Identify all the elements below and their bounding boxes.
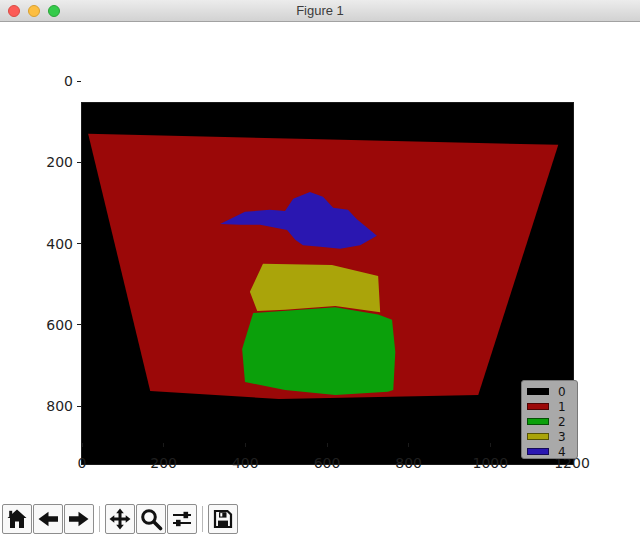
legend-label: 0 (558, 386, 566, 398)
legend: 01234 (521, 380, 578, 459)
legend-swatch-icon (527, 448, 549, 455)
legend-entry: 4 (527, 444, 577, 459)
figure-canvas: 0200400600800100012000200400600800 01234 (0, 22, 640, 536)
save-button[interactable] (208, 504, 238, 534)
y-tick-mark (77, 162, 81, 163)
y-tick-label: 400 (31, 236, 73, 252)
traffic-lights (8, 0, 60, 21)
magnifier-icon (139, 507, 163, 531)
segmentation-image (82, 103, 573, 464)
x-tick-mark (245, 443, 246, 447)
title-bar[interactable]: Figure 1 (0, 0, 640, 22)
y-tick-label: 0 (31, 73, 73, 89)
legend-entry: 2 (527, 414, 577, 429)
y-tick-label: 200 (31, 154, 73, 170)
toolbar-separator (202, 506, 203, 532)
x-tick-label: 200 (140, 455, 188, 471)
back-icon (36, 507, 60, 531)
legend-swatch-icon (527, 388, 549, 395)
close-button[interactable] (8, 5, 20, 17)
legend-label: 3 (558, 431, 566, 443)
legend-label: 2 (558, 416, 566, 428)
legend-label: 4 (558, 446, 566, 458)
x-tick-label: 400 (221, 455, 269, 471)
x-tick-mark (408, 443, 409, 447)
minimize-button[interactable] (28, 5, 40, 17)
pan-button[interactable] (105, 504, 135, 534)
y-tick-mark (77, 243, 81, 244)
legend-swatch-icon (527, 403, 549, 410)
figure-window: Figure 1 0200400600800100012000200400600… (0, 0, 640, 536)
pan-icon (108, 507, 132, 531)
zoom-window-button[interactable] (48, 5, 60, 17)
legend-label: 1 (558, 401, 566, 413)
x-tick-mark (490, 443, 491, 447)
legend-swatch-icon (527, 418, 549, 425)
y-tick-mark (77, 324, 81, 325)
x-tick-mark (82, 443, 83, 447)
home-icon (5, 507, 29, 531)
forward-button[interactable] (64, 504, 94, 534)
x-tick-label: 0 (58, 455, 106, 471)
legend-entry: 3 (527, 429, 577, 444)
legend-swatch-icon (527, 433, 549, 440)
y-tick-label: 600 (31, 317, 73, 333)
y-tick-mark (77, 81, 81, 82)
window-title: Figure 1 (296, 3, 344, 18)
y-tick-label: 800 (31, 398, 73, 414)
forward-icon (67, 507, 91, 531)
x-tick-mark (327, 443, 328, 447)
back-button[interactable] (33, 504, 63, 534)
y-tick-mark (77, 406, 81, 407)
sliders-icon (170, 507, 194, 531)
toolbar-separator (99, 506, 100, 532)
x-tick-label: 600 (303, 455, 351, 471)
legend-entry: 1 (527, 399, 577, 414)
home-button[interactable] (2, 504, 32, 534)
navigation-toolbar (2, 504, 238, 534)
plot-axes[interactable] (81, 102, 574, 465)
save-icon (211, 507, 235, 531)
region-green-box-region (242, 307, 395, 395)
zoom-button[interactable] (136, 504, 166, 534)
x-tick-label: 1000 (466, 455, 514, 471)
x-tick-mark (163, 443, 164, 447)
legend-entry: 0 (527, 384, 577, 399)
configure-subplots-button[interactable] (167, 504, 197, 534)
x-tick-label: 800 (385, 455, 433, 471)
